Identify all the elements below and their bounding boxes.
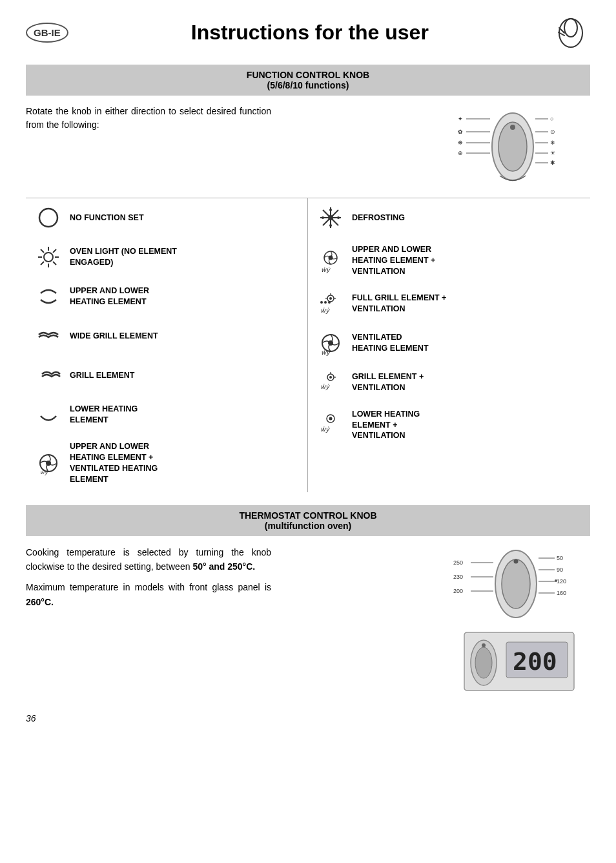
- list-item: GRILL ELEMENT: [26, 356, 307, 395]
- function-col-left: NO FUNCTION SET OVEN: [26, 198, 308, 492]
- header-icon: [551, 13, 590, 52]
- ventilated-icon: ẇẏ: [314, 330, 347, 356]
- list-item: WIDE GRILL ELEMENT: [26, 317, 307, 356]
- svg-point-46: [337, 216, 340, 219]
- svg-point-77: [502, 559, 530, 608]
- svg-text:❄: ❄: [550, 140, 555, 146]
- svg-point-55: [320, 301, 323, 304]
- function-intro: Rotate the knob in either direction to s…: [26, 105, 590, 189]
- function-section-header: FUNCTION CONTROL KNOB (5/6/8/10 function…: [26, 65, 590, 96]
- thermostat-dial-svg: 250 230 200 50 90 120 160: [448, 545, 590, 623]
- svg-text:✦: ✦: [458, 116, 463, 122]
- list-item: LOWER HEATINGELEMENT: [26, 395, 307, 435]
- defrost-label: DEFROSTING: [347, 213, 405, 224]
- upper-lower-vent2-icon: ẇẏ: [314, 247, 347, 273]
- svg-point-91: [482, 643, 486, 647]
- grill-vent-label: GRILL ELEMENT +VENTILATION: [347, 371, 424, 393]
- svg-point-57: [328, 301, 331, 304]
- list-item: ẇẏ VENTILATEDHEATING ELEMENT: [308, 324, 590, 363]
- svg-point-14: [510, 125, 515, 130]
- page-number: 36: [26, 713, 590, 723]
- upper-lower-vent2-label: UPPER AND LOWERHEATING ELEMENT +VENTILAT…: [347, 244, 435, 277]
- svg-text:50: 50: [557, 555, 563, 561]
- svg-text:230: 230: [453, 574, 463, 580]
- svg-text:⊙: ⊙: [550, 129, 555, 135]
- upper-lower-vent-full-label: UPPER AND LOWERHEATING ELEMENT +VENTILAT…: [65, 441, 158, 485]
- list-item: UPPER AND LOWERHEATING ELEMENT: [26, 277, 307, 317]
- grill-vent-icon: ẇẏ: [314, 369, 347, 395]
- list-item: ẇẏ UPPER AND LOWERHEATING ELEMENT +VENTI…: [308, 238, 590, 284]
- wide-grill-icon: [32, 323, 65, 349]
- svg-text:160: 160: [557, 590, 566, 596]
- svg-text:250: 250: [453, 559, 463, 566]
- svg-point-25: [39, 209, 57, 227]
- list-item: ẇẏ UPPER AND LOWERHEATING ELEMENT +VENTI…: [26, 435, 307, 492]
- function-col-right: DEFROSTING ẇẏ UPPER AND LOWERHEATING ELE…: [308, 198, 590, 492]
- svg-line-32: [53, 262, 56, 265]
- thermostat-body: Cooking temperature is selected by turni…: [26, 545, 590, 694]
- svg-line-31: [41, 249, 44, 253]
- svg-line-34: [41, 262, 44, 265]
- grill-label: GRILL ELEMENT: [65, 370, 134, 381]
- defrost-icon: [314, 205, 347, 231]
- thermostat-section: THERMOSTAT CONTROL KNOB (multifunction o…: [26, 505, 590, 694]
- ventilated-label: VENTILATEDHEATING ELEMENT: [347, 332, 429, 354]
- lower-heat-label: LOWER HEATINGELEMENT: [65, 404, 138, 426]
- upper-lower-icon: [32, 284, 65, 309]
- svg-point-26: [44, 253, 53, 262]
- list-item: ẇẏ LOWER HEATINGELEMENT +VENTILATION: [308, 402, 590, 449]
- function-knob-svg: ✦ ✿ ❋ ⊕ ○ ⊙ ❄: [455, 105, 584, 189]
- full-grill-vent-icon: ẇẏ: [314, 291, 347, 317]
- upper-lower-vent-icon: ẇẏ: [32, 450, 65, 476]
- svg-point-78: [514, 559, 518, 563]
- svg-text:90: 90: [557, 567, 563, 573]
- svg-point-68: [329, 417, 333, 420]
- function-section: FUNCTION CONTROL KNOB (5/6/8/10 function…: [26, 65, 590, 492]
- svg-text:200: 200: [513, 647, 557, 676]
- svg-text:✱: ✱: [550, 160, 555, 166]
- oven-light-icon: [32, 244, 65, 270]
- full-grill-vent-label: FULL GRILL ELEMENT +VENTILATION: [347, 293, 446, 315]
- svg-point-0: [559, 19, 582, 47]
- svg-text:ẇẏ: ẇẏ: [321, 266, 331, 273]
- list-item: DEFROSTING: [308, 198, 590, 238]
- function-intro-text: Rotate the knob in either direction to s…: [26, 105, 271, 132]
- svg-point-42: [328, 215, 333, 220]
- svg-text:120: 120: [557, 578, 566, 585]
- svg-text:ẇẏ: ẇẏ: [320, 383, 330, 391]
- oven-mitt-icon: [553, 15, 589, 50]
- country-logo: GB-IE: [26, 23, 68, 43]
- page-title: Instructions for the user: [68, 21, 551, 45]
- upper-lower-label: UPPER AND LOWERHEATING ELEMENT: [65, 286, 149, 307]
- svg-point-45: [322, 216, 324, 219]
- oven-light-label: OVEN LIGHT (NO ELEMENTENGAGED): [65, 246, 177, 268]
- lower-heat-icon: [32, 402, 65, 428]
- thermostat-display-svg: 200: [461, 629, 577, 694]
- svg-text:ẇẏ: ẇẏ: [321, 349, 331, 356]
- svg-point-56: [324, 301, 327, 304]
- svg-text:200: 200: [453, 588, 463, 594]
- svg-text:☀: ☀: [550, 150, 555, 156]
- svg-text:✿: ✿: [458, 129, 463, 135]
- svg-point-87: [555, 579, 557, 582]
- list-item: OVEN LIGHT (NO ELEMENTENGAGED): [26, 238, 307, 277]
- grill-icon: [32, 362, 65, 388]
- no-function-label: NO FUNCTION SET: [65, 213, 144, 224]
- svg-point-63: [329, 376, 332, 379]
- wide-grill-label: WIDE GRILL ELEMENT: [65, 331, 158, 342]
- list-item: ẇẏ GRILL ELEMENT +VENTILATION: [308, 363, 590, 402]
- thermostat-diagrams: 250 230 200 50 90 120 160: [448, 545, 590, 694]
- svg-point-51: [329, 297, 332, 300]
- svg-text:○: ○: [550, 116, 553, 122]
- lower-heat-vent-icon: ẇẏ: [314, 412, 347, 438]
- lower-heat-vent-label: LOWER HEATINGELEMENT +VENTILATION: [347, 409, 420, 442]
- svg-text:ẇẏ: ẇẏ: [40, 470, 48, 475]
- svg-text:ẇẏ: ẇẏ: [320, 426, 330, 433]
- function-knob-diagram: ✦ ✿ ❋ ⊕ ○ ⊙ ❄: [448, 105, 590, 189]
- thermostat-text: Cooking temperature is selected by turni…: [26, 545, 271, 610]
- svg-text:❋: ❋: [458, 140, 463, 146]
- svg-text:⊕: ⊕: [458, 150, 463, 156]
- no-function-icon: [32, 205, 65, 231]
- page-header: GB-IE Instructions for the user: [26, 13, 590, 52]
- function-grid: NO FUNCTION SET OVEN: [26, 198, 590, 492]
